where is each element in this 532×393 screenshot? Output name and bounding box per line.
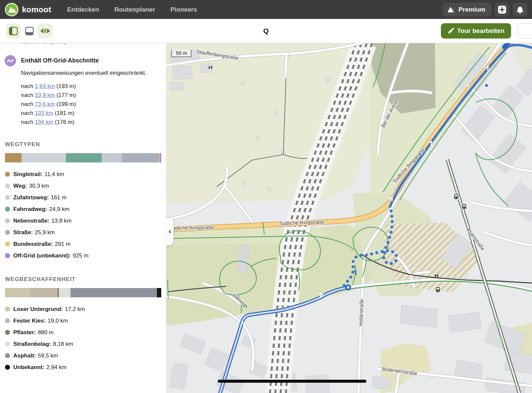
legend-value: 13,8 km — [52, 218, 71, 224]
offgrid-notice: Enthält Off-Grid-Abschnitte — [5, 55, 161, 66]
legend-value: 2,94 km — [47, 364, 66, 371]
waypoint-link[interactable]: 104 km — [35, 119, 54, 125]
waypoint-prefix: nach — [21, 83, 33, 89]
legend-value: 925 m — [73, 252, 88, 259]
legend-value: 30,3 km — [29, 183, 49, 189]
plus-icon — [498, 5, 506, 14]
more-actions-button-partial[interactable] — [517, 23, 532, 39]
legend-row: Unbekannt:2,94 km — [5, 361, 166, 373]
bar-segment — [5, 288, 30, 297]
legend-label: Fahrradweg: — [13, 206, 47, 213]
bar-segment — [30, 288, 58, 297]
legend-dot — [5, 242, 10, 246]
legend-value: 24,9 km — [49, 206, 69, 213]
bar-segment — [70, 288, 157, 297]
komoot-logo-icon — [5, 3, 19, 17]
legend-dot — [5, 307, 10, 312]
legend-dot — [5, 172, 10, 177]
bus-stop-icon — [453, 194, 459, 200]
legend-row: Asphalt:59,5 km — [5, 350, 166, 361]
waypoint-row: nach 1,64 km (193 m) — [21, 82, 166, 91]
waypoint-prefix: nach — [21, 110, 33, 116]
legend-label: Unbekannt: — [13, 364, 45, 371]
legend-label: Weg: — [13, 183, 27, 189]
header-actions: Premium — [443, 3, 527, 17]
premium-mountain-icon — [447, 6, 456, 13]
edit-tour-label: Tour bearbeiten — [457, 27, 504, 35]
legend-row: Singletrail:11,4 km — [5, 168, 166, 180]
waytypes-legend: Singletrail:11,4 km Weg:30,3 km Zufahrts… — [5, 168, 166, 261]
bar-segment — [22, 153, 66, 162]
legend-row: Bundesstraße:291 m — [5, 238, 166, 250]
bar-segment — [66, 153, 102, 162]
notifications-button[interactable] — [513, 3, 527, 17]
waypoint-prefix: nach — [21, 92, 33, 98]
offgrid-subtitle: Navigationsanweisungen eventuell eingesc… — [21, 70, 166, 76]
waypoint-link[interactable]: 33,9 km — [35, 92, 55, 98]
map-svg: Stauffenbergstraße Südliche Ringstraße S… — [166, 43, 532, 393]
legend-dot — [5, 342, 10, 346]
legend-label: Singletrail: — [13, 171, 43, 178]
edit-tour-button[interactable]: Tour bearbeiten — [441, 23, 511, 39]
legend-row: Weg:30,3 km — [5, 180, 166, 192]
legend-dot — [5, 318, 10, 323]
legend-value: 11,4 km — [45, 171, 64, 178]
bar-segment — [102, 153, 122, 162]
create-button[interactable] — [495, 3, 509, 17]
legend-value: 291 m — [55, 241, 70, 247]
bus-stop-icon — [461, 204, 467, 210]
bus-stop-icon — [435, 287, 441, 293]
collapse-sidebar-tab[interactable]: ‹ — [166, 218, 174, 246]
legend-value: 17,2 km — [65, 306, 85, 313]
nav-pioneers[interactable]: Pioneers — [170, 6, 197, 13]
legend-label: Fester Kies: — [13, 318, 46, 324]
street-label: Hollarstraße — [358, 299, 364, 326]
waytypes-heading: WEGTYPEN — [5, 141, 166, 148]
legend-dot — [5, 330, 10, 335]
nav-routenplaner[interactable]: Routenplaner — [114, 6, 155, 13]
pencil-icon — [448, 28, 454, 34]
waypoint-link[interactable]: 103 km — [35, 110, 54, 116]
premium-button[interactable]: Premium — [443, 3, 491, 17]
legend-dot — [5, 353, 10, 358]
bar-segment — [5, 153, 22, 162]
legend-dot — [5, 207, 10, 212]
tour-details-sidebar[interactable]: nach … km (… m) Enthält Off-Grid-Abschni… — [0, 43, 166, 393]
legend-row: Straßenbelag:8,18 km — [5, 338, 166, 350]
waypoint-row: nach 73,6 km (199 m) — [21, 100, 166, 109]
komoot-logo[interactable]: komoot — [5, 3, 51, 17]
bar-segment — [160, 153, 161, 162]
legend-label: Off-Grid (unbekannt): — [13, 252, 71, 259]
waypoint-distance: (193 m) — [57, 83, 76, 89]
legend-row: Fahrradweg:24,9 km — [5, 203, 166, 215]
offgrid-icon — [5, 55, 16, 66]
legend-label: Zufahrtsweg: — [13, 194, 49, 201]
nav-entdecken[interactable]: Entdecken — [67, 6, 99, 13]
waypoint-distance: (199 m) — [57, 101, 76, 107]
bar-segment — [122, 153, 160, 162]
waypoint-distance: (181 m) — [55, 110, 74, 116]
premium-label: Premium — [459, 6, 485, 13]
legend-value: 19,0 km — [48, 318, 67, 324]
waypoint-link[interactable]: 1,64 km — [35, 83, 55, 89]
legend-value: 25,9 km — [35, 229, 55, 236]
waypoint-row: nach 103 km (181 m) — [21, 109, 166, 118]
legend-dot — [5, 195, 10, 200]
tour-toolbar: Q Tour bearbeiten — [0, 19, 532, 43]
legend-label: Loser Untergrund: — [13, 306, 63, 313]
waytypes-stacked-bar — [5, 153, 161, 162]
legend-dot — [5, 365, 10, 370]
komoot-app: komoot Entdecken Routenplaner Pioneers P… — [0, 0, 532, 393]
legend-row: Loser Untergrund:17,2 km — [5, 303, 166, 315]
legend-label: Nebenstraße: — [13, 218, 50, 224]
top-navigation-bar: komoot Entdecken Routenplaner Pioneers P… — [0, 0, 532, 19]
brand-name: komoot — [22, 5, 51, 14]
legend-dot — [5, 230, 10, 235]
legend-value: 59,5 km — [38, 352, 58, 359]
legend-row: Straße:25,9 km — [5, 227, 166, 238]
surfaces-heading: WEGBESCHAFFENHEIT — [5, 276, 166, 283]
bottom-panel-handle[interactable] — [218, 380, 366, 383]
map-canvas[interactable]: Stauffenbergstraße Südliche Ringstraße S… — [166, 43, 532, 393]
legend-row: Nebenstraße:13,8 km — [5, 215, 166, 227]
waypoint-link[interactable]: 73,6 km — [35, 101, 55, 107]
